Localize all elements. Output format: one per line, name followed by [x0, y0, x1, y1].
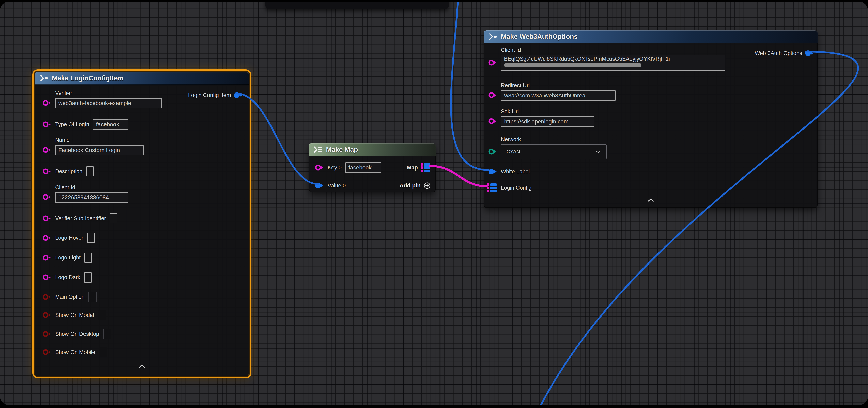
- bool-pin[interactable]: [42, 348, 52, 356]
- make-struct-icon: [39, 74, 49, 82]
- enum-pin[interactable]: [488, 147, 497, 156]
- make-map-icon: [313, 146, 323, 154]
- pin-row-redirect-url: Redirect Url w3a://com.w3a.Web3AuthUnrea…: [488, 82, 616, 101]
- pin-label: Login Config: [501, 185, 532, 191]
- pin-label: White Label: [501, 169, 530, 175]
- node-title: Make Map: [326, 146, 358, 154]
- string-pin[interactable]: [42, 146, 52, 154]
- pin-label: Logo Hover: [55, 235, 84, 241]
- pin-row-name: Name Facebook Custom Login: [42, 137, 144, 156]
- collapse-chevron-icon[interactable]: [647, 198, 654, 202]
- bool-pin[interactable]: [42, 293, 52, 301]
- string-pin[interactable]: [42, 121, 52, 129]
- pin-label: Map: [407, 165, 418, 171]
- node-header[interactable]: Make LoginConfigItem: [35, 72, 249, 85]
- pin-label: Web 3Auth Options: [755, 50, 802, 57]
- pin-label: Logo Dark: [55, 274, 81, 281]
- bool-pin[interactable]: [42, 330, 52, 338]
- pin-row-web3auth-options-output: Web 3Auth Options: [755, 48, 814, 59]
- object-pin[interactable]: [488, 168, 497, 176]
- string-pin[interactable]: [42, 234, 52, 242]
- client-id-input[interactable]: 1222658941886084: [55, 192, 128, 203]
- pin-row-map-output: Map: [407, 162, 431, 173]
- offscreen-node-bottom-edge: [266, 2, 449, 9]
- chevron-down-icon: [596, 150, 601, 154]
- pin-row-login-config-item-output: Login Config Item: [188, 90, 243, 100]
- show-on-desktop-checkbox[interactable]: [103, 329, 112, 339]
- string-pin[interactable]: [42, 273, 52, 281]
- add-pin-plus-icon: [424, 182, 431, 189]
- client-id-input[interactable]: BEglQSgt4cUWcj6SKRdu5QkOXTsePmMcusG5EAoy…: [501, 55, 725, 71]
- string-pin[interactable]: [42, 193, 52, 201]
- pin-label: Show On Desktop: [55, 331, 99, 337]
- pin-label: Client Id: [55, 184, 128, 191]
- pin-label: Network: [501, 136, 607, 143]
- collapse-chevron-icon[interactable]: [138, 365, 145, 368]
- string-pin[interactable]: [488, 59, 497, 67]
- pin-label: Login Config Item: [188, 92, 231, 98]
- pin-row-description: Description: [42, 166, 94, 177]
- verifier-input[interactable]: web3auth-facebook-example: [55, 98, 162, 108]
- node-make-loginconfigitem[interactable]: Make LoginConfigItem Login Config Item V…: [35, 72, 249, 376]
- network-dropdown[interactable]: CYAN: [501, 144, 607, 159]
- pin-label: Client Id: [501, 47, 725, 53]
- logo-dark-input[interactable]: [84, 272, 92, 282]
- client-id-hscrollbar[interactable]: [504, 63, 642, 67]
- string-pin[interactable]: [42, 214, 52, 223]
- string-pin[interactable]: [42, 253, 52, 262]
- pin-row-client-id: Client Id BEglQSgt4cUWcj6SKRdu5QkOXTsePm…: [488, 47, 725, 71]
- sdk-url-input[interactable]: https://sdk.openlogin.com: [501, 116, 594, 127]
- pin-row-verifier-sub-identifier: Verifier Sub Identifier: [42, 213, 117, 224]
- pin-row-key-0: Key 0 facebook: [315, 162, 381, 173]
- object-pin[interactable]: [315, 181, 324, 190]
- add-pin-button[interactable]: Add pin: [400, 180, 431, 191]
- string-pin[interactable]: [42, 99, 52, 107]
- string-pin[interactable]: [315, 164, 324, 172]
- node-header[interactable]: Make Map: [309, 143, 436, 156]
- string-pin[interactable]: [488, 91, 497, 99]
- pin-row-network: Network CYAN: [488, 136, 607, 159]
- key-0-input[interactable]: facebook: [345, 162, 381, 173]
- pin-row-logo-hover: Logo Hover: [42, 233, 95, 243]
- pin-row-login-config: Login Config: [487, 182, 532, 193]
- pin-row-type-of-login: Type Of Login facebook: [42, 119, 128, 130]
- pin-row-show-on-desktop: Show On Desktop: [42, 329, 112, 339]
- pin-label: Show On Mobile: [55, 349, 95, 355]
- verifier-sub-identifier-input[interactable]: [110, 213, 117, 224]
- pin-row-main-option: Main Option: [42, 292, 97, 302]
- show-on-mobile-checkbox[interactable]: [99, 347, 107, 358]
- pin-label: Show On Modal: [55, 312, 94, 318]
- description-input[interactable]: [86, 166, 94, 176]
- graph-canvas[interactable]: Make LoginConfigItem Login Config Item V…: [0, 2, 868, 405]
- logo-light-input[interactable]: [84, 252, 92, 263]
- pin-label: Verifier Sub Identifier: [55, 215, 106, 222]
- node-header[interactable]: Make Web3AuthOptions: [484, 30, 817, 43]
- wire-offscreen-to-white-label[interactable]: [451, 2, 488, 170]
- type-of-login-input[interactable]: facebook: [93, 119, 128, 130]
- node-make-map[interactable]: Make Map Key 0 facebook Map Value 0 Add: [309, 143, 436, 193]
- pin-label: Verifier: [55, 90, 162, 96]
- pin-row-white-label: White Label: [488, 166, 530, 177]
- pin-row-show-on-modal: Show On Modal: [42, 310, 106, 320]
- pin-row-logo-dark: Logo Dark: [42, 272, 92, 283]
- logo-hover-input[interactable]: [87, 233, 95, 243]
- show-on-modal-checkbox[interactable]: [98, 310, 106, 320]
- map-output-pin[interactable]: [421, 163, 431, 172]
- string-pin[interactable]: [488, 117, 497, 125]
- pin-row-logo-light: Logo Light: [42, 252, 92, 263]
- map-pin[interactable]: [487, 183, 497, 193]
- wire-map-to-login-config[interactable]: [430, 166, 487, 186]
- bool-pin[interactable]: [42, 311, 52, 319]
- node-title: Make Web3AuthOptions: [501, 33, 578, 40]
- main-option-checkbox[interactable]: [88, 292, 97, 302]
- string-pin[interactable]: [42, 167, 52, 175]
- name-input[interactable]: Facebook Custom Login: [55, 145, 144, 156]
- redirect-url-input[interactable]: w3a://com.w3a.Web3AuthUnreal: [501, 90, 616, 101]
- client-id-text: BEglQSgt4cUWcj6SKRdu5QkOXTsePmMcusG5EAoy…: [504, 56, 670, 62]
- node-make-web3authoptions[interactable]: Make Web3AuthOptions Web 3Auth Options C…: [484, 30, 817, 208]
- pin-row-value-0: Value 0: [315, 180, 346, 191]
- pin-label: Redirect Url: [501, 82, 616, 89]
- pin-label: Value 0: [328, 182, 346, 189]
- object-output-pin[interactable]: [234, 91, 243, 99]
- object-output-pin[interactable]: [805, 49, 814, 57]
